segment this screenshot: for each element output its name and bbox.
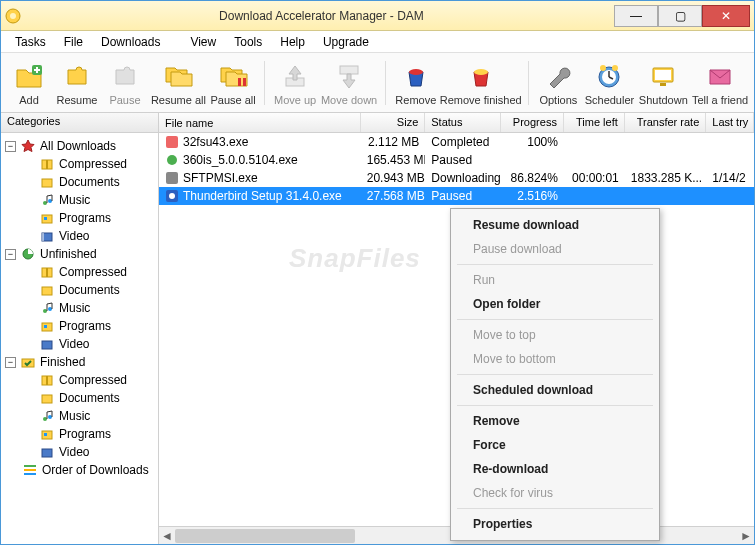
window-title: Download Accelerator Manager - DAM [29, 9, 614, 23]
menu-tools[interactable]: Tools [226, 33, 270, 51]
cm-resume-download[interactable]: Resume download [453, 213, 657, 237]
program-icon [39, 318, 55, 334]
tree-node-music[interactable]: Music [3, 407, 156, 425]
toolbar-separator [528, 61, 529, 105]
collapse-icon[interactable]: − [5, 249, 16, 260]
archive-icon [39, 372, 55, 388]
video-icon [39, 336, 55, 352]
cell-progress [501, 159, 564, 161]
scroll-left-icon[interactable]: ◄ [159, 527, 175, 544]
collapse-icon[interactable]: − [5, 141, 16, 152]
tree-label: Programs [59, 427, 111, 441]
toolbar-move-up[interactable]: Move up [273, 58, 317, 108]
watermark: SnapFiles [289, 243, 421, 274]
toolbar-pause-all[interactable]: Pause all [210, 58, 257, 108]
document-icon [39, 390, 55, 406]
toolbar-add[interactable]: Add [7, 58, 51, 108]
svg-rect-14 [655, 70, 671, 80]
tree-label: Programs [59, 211, 111, 225]
cell-lasttry: 1/14/2 [706, 170, 754, 186]
toolbar-shutdown[interactable]: Shutdown [639, 58, 689, 108]
video-icon [39, 228, 55, 244]
scroll-right-icon[interactable]: ► [738, 527, 754, 544]
svg-rect-6 [340, 66, 358, 74]
exe-icon [165, 153, 179, 167]
tree-node-unfinished[interactable]: − Unfinished [3, 245, 156, 263]
tree-node-all-downloads[interactable]: − All Downloads [3, 137, 156, 155]
tree-label: Compressed [59, 373, 127, 387]
minimize-button[interactable]: — [614, 5, 658, 27]
cell-progress: 100% [501, 134, 564, 150]
scrollbar-thumb[interactable] [175, 529, 355, 543]
toolbar-resume-all[interactable]: Resume all [151, 58, 206, 108]
toolbar-scheduler[interactable]: Scheduler [584, 58, 634, 108]
tree-node-music[interactable]: Music [3, 299, 156, 317]
cell-progress: 2.516% [501, 188, 564, 204]
cm-redownload[interactable]: Re-download [453, 457, 657, 481]
tree-node-documents[interactable]: Documents [3, 281, 156, 299]
collapse-icon[interactable]: − [5, 357, 16, 368]
tree-node-video[interactable]: Video [3, 443, 156, 461]
titlebar: Download Accelerator Manager - DAM — ▢ ✕ [1, 1, 754, 31]
table-row[interactable]: 32fsu43.exe 2.112 MB Completed 100% [159, 133, 754, 151]
column-name[interactable]: File name [159, 113, 361, 132]
menu-help[interactable]: Help [272, 33, 313, 51]
cm-scheduled[interactable]: Scheduled download [453, 378, 657, 402]
menu-file[interactable]: File [56, 33, 91, 51]
list-header: File name Size Status Progress Time left… [159, 113, 754, 133]
tree-node-video[interactable]: Video [3, 227, 156, 245]
tree-node-music[interactable]: Music [3, 191, 156, 209]
toolbar-options[interactable]: Options [536, 58, 580, 108]
column-progress[interactable]: Progress [501, 113, 564, 132]
cell-timeleft [564, 195, 625, 197]
cm-properties[interactable]: Properties [453, 512, 657, 536]
cm-move-bottom: Move to bottom [453, 347, 657, 371]
maximize-button[interactable]: ▢ [658, 5, 702, 27]
svg-rect-42 [24, 465, 36, 467]
tree-node-finished[interactable]: − Finished [3, 353, 156, 371]
monitor-icon [647, 60, 679, 92]
menu-view[interactable]: View [182, 33, 224, 51]
tree-node-video[interactable]: Video [3, 335, 156, 353]
table-row[interactable]: 360is_5.0.0.5104.exe 165.453 MB Paused [159, 151, 754, 169]
tree-node-programs[interactable]: Programs [3, 209, 156, 227]
tree-node-order[interactable]: Order of Downloads [3, 461, 156, 479]
star-folder-icon [20, 138, 36, 154]
tree-node-programs[interactable]: Programs [3, 317, 156, 335]
tree-node-compressed[interactable]: Compressed [3, 371, 156, 389]
column-timeleft[interactable]: Time left [564, 113, 625, 132]
column-status[interactable]: Status [425, 113, 501, 132]
toolbar-tell-friend[interactable]: Tell a friend [692, 58, 748, 108]
cm-open-folder[interactable]: Open folder [453, 292, 657, 316]
toolbar-resume[interactable]: Resume [55, 58, 99, 108]
table-row[interactable]: SFTPMSI.exe 20.943 MB Downloading 86.824… [159, 169, 754, 187]
menu-tasks[interactable]: Tasks [7, 33, 54, 51]
cell-rate [625, 195, 707, 197]
column-lasttry[interactable]: Last try [706, 113, 754, 132]
toolbar-remove-finished[interactable]: Remove finished [442, 58, 520, 108]
table-row-selected[interactable]: Thunderbird Setup 31.4.0.exe 27.568 MB P… [159, 187, 754, 205]
tree-node-compressed[interactable]: Compressed [3, 263, 156, 281]
tree-node-documents[interactable]: Documents [3, 389, 156, 407]
toolbar-move-down[interactable]: Move down [321, 58, 377, 108]
cm-force[interactable]: Force [453, 433, 657, 457]
svg-rect-35 [46, 376, 48, 385]
column-size[interactable]: Size [361, 113, 426, 132]
toolbar-remove[interactable]: Remove [394, 58, 438, 108]
resume-all-icon [162, 60, 194, 92]
column-rate[interactable]: Transfer rate [625, 113, 707, 132]
svg-rect-31 [44, 325, 47, 328]
tree-node-documents[interactable]: Documents [3, 173, 156, 191]
tree-node-compressed[interactable]: Compressed [3, 155, 156, 173]
tree-node-programs[interactable]: Programs [3, 425, 156, 443]
menu-upgrade[interactable]: Upgrade [315, 33, 377, 51]
toolbar-pause[interactable]: Pause [103, 58, 147, 108]
cm-remove[interactable]: Remove [453, 409, 657, 433]
svg-point-20 [48, 199, 52, 203]
menu-downloads[interactable]: Downloads [93, 33, 168, 51]
svg-point-12 [612, 65, 618, 71]
arrow-down-icon [333, 60, 365, 92]
svg-point-28 [43, 309, 47, 313]
pause-all-icon [217, 60, 249, 92]
close-button[interactable]: ✕ [702, 5, 750, 27]
